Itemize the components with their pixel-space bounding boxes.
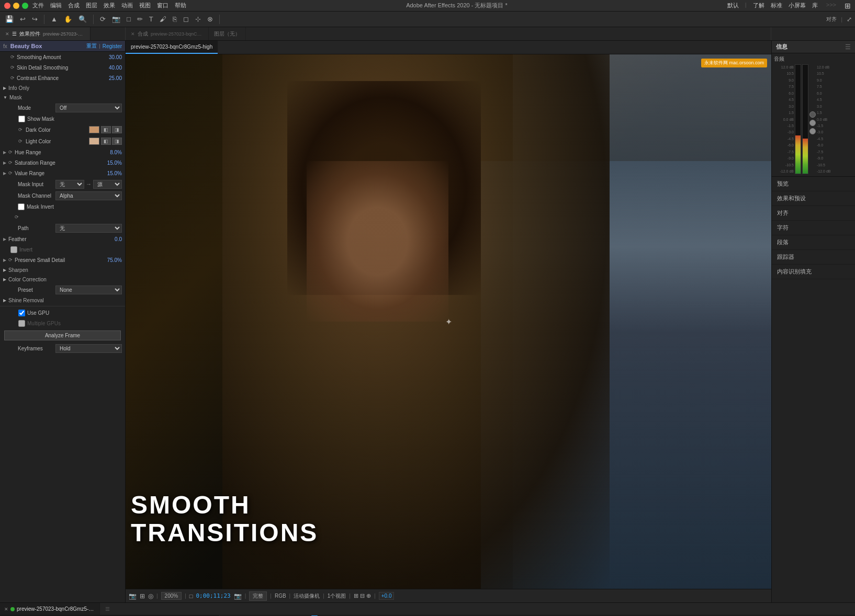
mask-input-dropdown[interactable]: 无 [55,180,84,189]
timeline-tab[interactable]: ✕ preview-257023-bqnCr8Gmz5-high [0,603,100,615]
brush-tool[interactable]: 🖌 [158,14,168,24]
zoom-tool[interactable]: 🔍 [76,14,89,24]
menu-window[interactable]: 窗口 [157,2,168,9]
eraser-tool[interactable]: ◻ [181,14,191,24]
character-item[interactable]: 字符 [772,221,855,235]
minimize-button[interactable] [13,3,19,9]
expand-icon[interactable]: ⤢ [847,16,852,23]
preset-dropdown[interactable]: None [55,286,122,294]
cycle-mask-icon[interactable]: ⟳ [15,214,19,220]
pen-tool[interactable]: ✏ [135,14,145,24]
icon-square[interactable]: ⊞ [845,2,851,10]
stamp-tool[interactable]: ⎘ [171,14,179,24]
invert-checkbox[interactable] [10,246,17,253]
expand-info-icon[interactable]: ▶ [3,86,6,90]
menu-effect[interactable]: 效果 [104,2,115,9]
menu-layer[interactable]: 图层 [86,2,97,9]
reset-btn[interactable]: 重置 [86,42,97,50]
mask-channel-dropdown[interactable]: Alpha [55,191,122,200]
redo-icon[interactable]: ↪ [30,14,40,24]
expand-hue-icon[interactable]: ▶ [3,150,6,155]
menu-animate[interactable]: 动画 [121,2,133,9]
paragraph-item[interactable]: 段落 [772,235,855,250]
meter-knob-3[interactable] [809,128,816,134]
hand-tool[interactable]: ✋ [62,14,74,24]
close-compose-icon[interactable]: ✕ [131,31,135,37]
mask-source-dropdown[interactable]: 源 [93,180,122,189]
use-gpu-checkbox[interactable] [18,310,25,316]
mask-icons[interactable]: □ [189,593,193,599]
view-selector[interactable]: 1个视图 [328,592,346,600]
multi-gpu-checkbox[interactable] [18,320,25,327]
snapshot-icon[interactable]: 📷 [129,592,137,600]
maximize-button[interactable] [22,3,28,9]
hue-range-value[interactable]: 8.0% [110,150,122,155]
menu-file[interactable]: 文件 [32,2,44,9]
expand-val-icon[interactable]: ▶ [3,171,6,176]
expand-mask-icon[interactable]: ▼ [3,95,7,100]
tracker-item[interactable]: 跟踪器 [772,250,855,265]
feather-value[interactable]: 0.0 [115,236,122,242]
workspace-library[interactable]: 库 [812,2,818,10]
zoom-level[interactable]: 200% [161,592,182,600]
smoothing-value[interactable]: 30.00 [109,54,122,60]
workspace-default[interactable]: 默认 [727,2,739,10]
undo-icon[interactable]: ↩ [18,14,28,24]
keyframes-dropdown[interactable]: Hold [55,344,122,353]
grid-icon[interactable]: ⊞ [140,592,145,600]
expand-shine-icon[interactable]: ▶ [3,298,6,303]
preview-main-tab[interactable]: preview-257023-bqnCr8Gmz5-high [126,41,218,54]
roto-tool[interactable]: ⊗ [205,14,215,24]
workspace-standard[interactable]: 标准 [771,2,782,10]
close-button[interactable] [4,3,10,9]
light-color-pick-icon[interactable]: ◧ [101,138,111,145]
text-tool[interactable]: T [147,14,155,24]
layer-tab[interactable]: 图层（无） [209,27,246,40]
contrast-value[interactable]: 25.00 [109,75,122,81]
content-fill-item[interactable]: 内容识别填充 [772,265,855,279]
camera-selector[interactable]: 活动摄像机 [294,592,320,600]
value-range-value[interactable]: 15.0% [107,170,122,176]
quality-selector[interactable]: 完整 [249,591,267,601]
effects-tab[interactable]: ✕ ☰ 效果控件 preview-257023-bqnCr8Gmz5-high [0,27,91,40]
menu-edit[interactable]: 编辑 [50,2,62,9]
compose-tab[interactable]: ✕ 合成 preview-257023-bqnCr8Gmz5-high [126,27,209,40]
info-menu-icon[interactable]: ☰ [845,43,851,51]
align-item[interactable]: 对齐 [772,206,855,221]
meter-knob-1[interactable] [809,111,816,118]
expand-sat-icon[interactable]: ▶ [3,161,6,165]
workspace-small[interactable]: 小屏幕 [789,2,806,10]
puppet-tool[interactable]: ⊹ [193,14,203,24]
saturation-value[interactable]: 15.0% [107,160,122,166]
mask-invert-checkbox[interactable] [18,203,25,210]
motion-icon[interactable]: ◎ [148,592,153,600]
mode-dropdown[interactable]: Off [55,104,122,112]
menu-view[interactable]: 视图 [139,2,151,9]
expand-sharpen-icon[interactable]: ▶ [3,268,6,272]
workspace-learn[interactable]: 了解 [753,2,764,10]
expand-cc-icon[interactable]: ▶ [3,277,6,282]
camera-tool[interactable]: 📷 [110,14,122,24]
save-icon[interactable]: 💾 [3,14,16,24]
select-tool[interactable]: ▲ [49,14,60,24]
menu-help[interactable]: 帮助 [175,2,186,9]
meter-knob-2[interactable] [809,120,816,126]
light-color-sample-icon[interactable]: ◨ [112,138,122,145]
path-dropdown[interactable]: 无 [55,224,122,233]
close-tl-icon[interactable]: ✕ [4,607,8,612]
preview-item[interactable]: 预览 [772,177,855,191]
close-icon[interactable]: ✕ [5,31,9,37]
preserve-value[interactable]: 75.0% [107,257,122,263]
view-icons[interactable]: ⊞ ⊟ ⊕ [354,592,371,599]
expand-preserve-icon[interactable]: ▶ [3,258,6,263]
dark-color-pick-icon[interactable]: ◧ [101,126,111,133]
light-color-swatch[interactable] [89,138,99,145]
effects-presets-item[interactable]: 效果和预设 [772,191,855,206]
shape-tool[interactable]: □ [125,14,133,24]
menu-compose[interactable]: 合成 [68,2,80,9]
register-btn[interactable]: Register [103,43,122,49]
dark-color-swatch[interactable] [89,126,99,133]
show-mask-checkbox[interactable] [18,116,25,122]
analyze-frame-button[interactable]: Analyze Frame [4,330,121,340]
rotation-tool[interactable]: ⟳ [98,14,108,24]
